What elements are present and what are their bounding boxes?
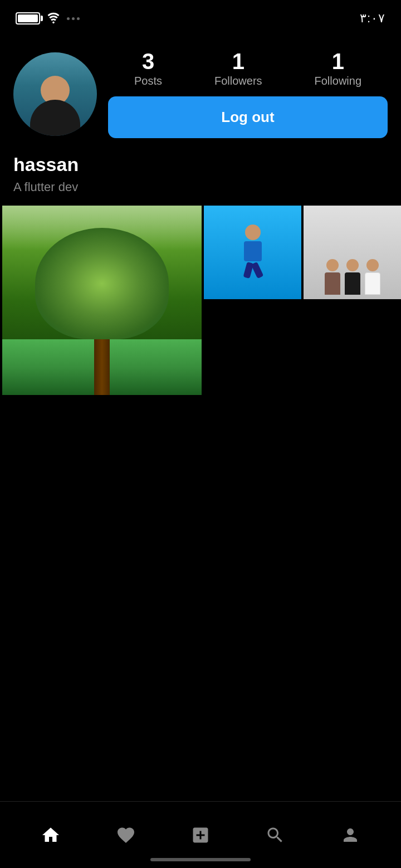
photo-business[interactable]: [304, 206, 401, 299]
nav-add[interactable]: [178, 813, 223, 857]
photo-grid: [0, 206, 401, 395]
bio: A flutter dev: [13, 180, 388, 194]
stats-container: 3 Posts 1 Followers 1 Following Log out: [108, 50, 388, 138]
profile-section: 3 Posts 1 Followers 1 Following Log out: [0, 33, 401, 138]
nav-likes[interactable]: [104, 813, 148, 857]
photo-tree[interactable]: [2, 206, 202, 395]
nav-home[interactable]: [28, 813, 73, 857]
biz-person-1: [325, 259, 340, 295]
posts-label: Posts: [134, 75, 162, 87]
posts-count: 3: [142, 50, 154, 72]
home-indicator: [150, 858, 251, 861]
biz-person-3: [365, 259, 380, 295]
following-count: 1: [332, 50, 344, 72]
stats-row: 3 Posts 1 Followers 1 Following: [108, 50, 388, 87]
followers-count: 1: [232, 50, 244, 72]
wifi-icon: [46, 11, 61, 26]
username: hassan: [13, 154, 388, 175]
nav-search[interactable]: [253, 813, 297, 857]
svg-point-0: [52, 21, 55, 23]
avatar[interactable]: [13, 52, 97, 136]
stat-following[interactable]: 1 Following: [315, 50, 361, 87]
logout-button[interactable]: Log out: [108, 96, 388, 138]
following-label: Following: [315, 75, 361, 87]
biz-person-2: [345, 259, 360, 295]
status-left: [16, 11, 80, 26]
user-info: hassan A flutter dev: [0, 154, 401, 194]
status-bar: ۳:۰۷: [0, 0, 401, 33]
nav-profile[interactable]: [328, 813, 373, 857]
photo-jump[interactable]: [204, 206, 301, 299]
profile-header: 3 Posts 1 Followers 1 Following Log out: [13, 50, 388, 138]
battery-icon: [16, 12, 40, 25]
followers-label: Followers: [214, 75, 262, 87]
stat-followers[interactable]: 1 Followers: [214, 50, 262, 87]
stat-posts[interactable]: 3 Posts: [134, 50, 162, 87]
signal-dots: [67, 17, 80, 20]
status-time: ۳:۰۷: [360, 11, 385, 26]
